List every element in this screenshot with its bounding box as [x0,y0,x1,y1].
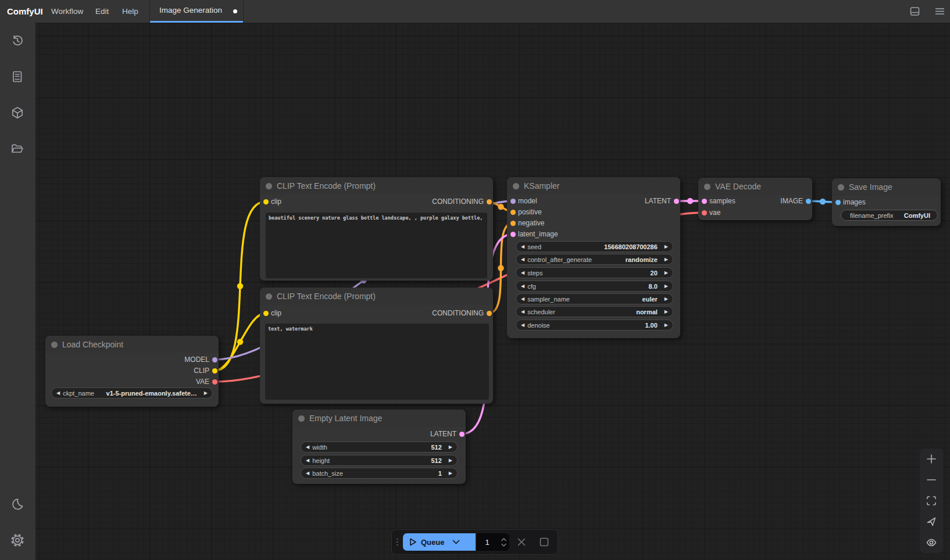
widget-steps[interactable]: ◀steps20▶ [516,267,673,278]
menu-icon[interactable] [935,6,945,16]
bottom-panel-icon[interactable] [910,6,920,16]
widget-scheduler[interactable]: ◀schedulernormal▶ [516,306,673,317]
queue-button[interactable]: Queue [403,533,476,551]
widget-cfg[interactable]: ◀cfg8.0▶ [516,281,673,292]
widget-control_after_generate[interactable]: ◀control_after_generaterandomize▶ [516,254,673,265]
output-port-dot[interactable] [487,199,492,204]
output-CONDITIONING[interactable]: CONDITIONING [432,196,493,207]
decrement-icon[interactable]: ◀ [521,244,524,249]
input-images[interactable]: images [832,197,866,207]
input-samples[interactable]: samples [698,196,735,206]
node-title-bar[interactable]: Save Image [832,178,941,196]
decrement-icon[interactable]: ◀ [521,322,524,328]
decrement-icon[interactable]: ◀ [306,471,309,476]
output-LATENT[interactable]: LATENT [645,196,680,206]
folder-open-icon[interactable] [10,142,24,156]
input-negative[interactable]: negative [507,218,544,228]
decrement-icon[interactable]: ◀ [306,458,309,463]
toggle-link-visibility-button[interactable] [920,532,943,553]
zoom-out-button[interactable] [920,469,943,490]
output-port-dot[interactable] [459,432,465,437]
output-port-dot[interactable] [487,311,492,316]
increment-icon[interactable]: ▶ [665,270,668,275]
input-clip[interactable]: clip [260,196,281,207]
output-CONDITIONING[interactable]: CONDITIONING [432,308,493,318]
widget-filename_prefix[interactable]: filename_prefixComfyUI [841,210,938,221]
widget-sampler_name[interactable]: ◀sampler_nameeuler▶ [516,293,673,304]
output-port-dot[interactable] [806,199,811,204]
input-port-dot[interactable] [510,210,516,215]
increment-icon[interactable]: ▶ [665,309,668,314]
decrement-icon[interactable]: ◀ [521,270,524,275]
node-ksampler[interactable]: KSamplermodelpositivenegativelatent_imag… [507,177,680,338]
node-empty-latent-image[interactable]: Empty Latent ImageLATENT◀width512▶◀heigh… [292,410,466,484]
widget-height[interactable]: ◀height512▶ [301,455,458,466]
input-port-dot[interactable] [702,210,707,216]
widget-batch_size[interactable]: ◀batch_size1▶ [301,468,458,479]
prompt-textarea[interactable]: text, watermark [265,324,489,400]
node-collapse-dot[interactable] [838,184,844,191]
node-collapse-dot[interactable] [51,342,58,348]
node-title-bar[interactable]: VAE Decode [698,178,812,195]
input-positive[interactable]: positive [507,207,542,217]
output-LATENT[interactable]: LATENT [430,429,466,439]
queue-drag-handle[interactable] [397,539,398,546]
decrement-icon[interactable]: ◀ [521,257,524,262]
increment-icon[interactable]: ▶ [449,471,452,476]
gear-icon[interactable] [10,533,24,547]
node-collapse-dot[interactable] [266,183,272,189]
output-port-dot[interactable] [212,379,217,385]
input-port-dot[interactable] [510,221,516,226]
moon-icon[interactable] [10,497,24,511]
cube-icon[interactable] [10,106,24,120]
input-port-dot[interactable] [702,199,707,204]
input-clip[interactable]: clip [260,308,281,318]
widget-denoise[interactable]: ◀denoise1.00▶ [516,320,673,331]
decrement-icon[interactable]: ◀ [521,296,524,301]
fit-view-button[interactable] [920,490,943,511]
increment-icon[interactable]: ▶ [665,296,668,301]
node-title-bar[interactable]: KSampler [507,177,680,195]
input-port-dot[interactable] [510,199,516,204]
input-latent_image[interactable]: latent_image [507,229,558,239]
output-port-dot[interactable] [674,199,679,204]
output-CLIP[interactable]: CLIP [194,365,219,376]
batch-count-spinner[interactable]: 1 [477,533,509,551]
node-collapse-dot[interactable] [298,415,305,422]
clear-queue-icon[interactable] [517,537,526,547]
increment-icon[interactable]: ▶ [665,283,668,289]
spinner-down-icon[interactable] [501,543,506,547]
node-title-bar[interactable]: Empty Latent Image [292,410,466,427]
node-collapse-dot[interactable] [513,183,519,189]
history-icon[interactable] [10,34,24,48]
node-collapse-dot[interactable] [704,184,710,190]
increment-icon[interactable]: ▶ [665,244,668,249]
increment-icon[interactable]: ▶ [204,390,208,396]
output-MODEL[interactable]: MODEL [184,354,219,365]
widget-width[interactable]: ◀width512▶ [301,441,458,453]
decrement-icon[interactable]: ◀ [521,283,524,289]
node-title-bar[interactable]: CLIP Text Encode (Prompt) [260,288,493,305]
menu-workflow[interactable]: Workflow [51,0,83,23]
input-port-dot[interactable] [263,311,269,316]
menu-edit[interactable]: Edit [95,0,109,23]
decrement-icon[interactable]: ◀ [521,309,524,314]
decrement-icon[interactable]: ◀ [56,390,60,396]
increment-icon[interactable]: ▶ [665,257,668,262]
input-port-dot[interactable] [263,199,269,204]
input-port-dot[interactable] [835,200,841,205]
decrement-icon[interactable]: ◀ [306,444,309,450]
input-port-dot[interactable] [510,232,516,237]
list-icon[interactable] [10,70,24,84]
zoom-in-button[interactable] [920,448,943,469]
pan-mode-button[interactable] [920,511,943,532]
widget-ckpt_name[interactable]: ◀ckpt_namev1-5-pruned-emaonly.safete…▶ [51,387,213,399]
output-port-dot[interactable] [212,357,217,362]
output-IMAGE[interactable]: IMAGE [780,196,812,206]
node-title-bar[interactable]: CLIP Text Encode (Prompt) [260,177,493,195]
node-load-checkpoint[interactable]: Load CheckpointMODELCLIPVAE◀ckpt_namev1-… [45,336,219,407]
output-port-dot[interactable] [212,368,217,374]
node-vae-decode[interactable]: VAE DecodesamplesvaeIMAGE [698,178,812,220]
input-model[interactable]: model [507,196,537,206]
spinner-up-icon[interactable] [501,538,506,541]
